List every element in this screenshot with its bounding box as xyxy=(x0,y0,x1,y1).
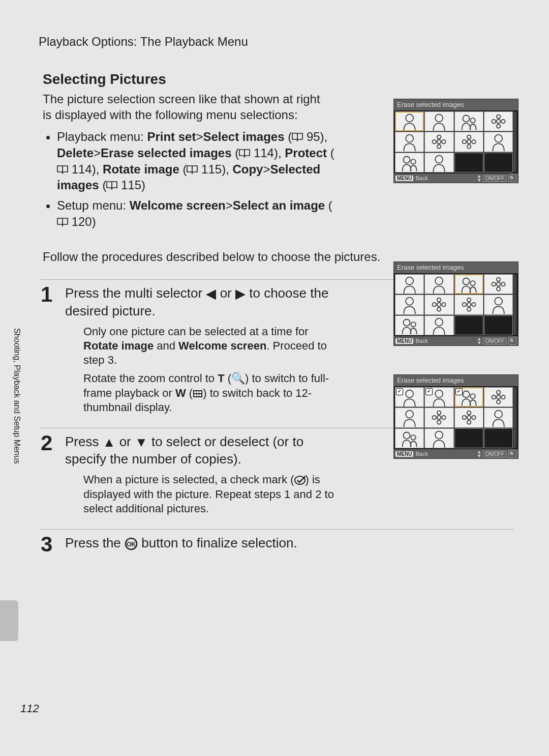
side-chapter-label: Shooting, Playback and Setup Menus xyxy=(12,328,21,464)
up-arrow-icon: ▲ xyxy=(103,434,116,451)
follow-text: Follow the procedures described below to… xyxy=(43,250,449,264)
book-icon xyxy=(292,129,303,145)
step-number: 2 xyxy=(41,432,65,520)
back-label: Back xyxy=(415,338,428,344)
svg-rect-13 xyxy=(197,394,199,396)
svg-rect-9 xyxy=(194,391,196,393)
menu-button-icon: MENU xyxy=(395,451,413,457)
onoff-label: ON/OFF xyxy=(483,175,506,182)
menu-button-icon: MENU xyxy=(395,338,413,344)
step-number: 3 xyxy=(41,534,65,557)
side-tab xyxy=(0,600,18,641)
step-number: 1 xyxy=(41,284,65,418)
intro-text: The picture selection screen like that s… xyxy=(43,92,327,123)
svg-rect-14 xyxy=(199,394,201,396)
checkmark-icon xyxy=(294,473,306,486)
step-1-detail: Only one picture can be selected at a ti… xyxy=(83,325,338,415)
shot-title: Erase selected images xyxy=(394,99,518,110)
chapter-header: Playback Options: The Playback Menu xyxy=(39,35,508,49)
ok-button-icon: OK xyxy=(125,535,138,550)
step-1-title: Press the multi selector ◀ or ▶ to choos… xyxy=(65,285,334,319)
section-title: Selecting Pictures xyxy=(43,71,508,88)
onoff-label: ON/OFF xyxy=(483,338,506,344)
magnify-icon: 🔍 xyxy=(508,450,516,458)
camera-screen-erase-3: Erase selected images ✔ ✔ ✔ MENU Back ▲▼… xyxy=(393,374,518,459)
bullet-setup-menu: Setup menu: Welcome screen>Select an ima… xyxy=(57,197,342,229)
check-badge-icon: ✔ xyxy=(425,388,433,395)
step-2-detail: When a picture is selected, a check mark… xyxy=(83,473,338,515)
shot-title: Erase selected images xyxy=(394,375,518,386)
back-label: Back xyxy=(415,451,428,457)
book-icon xyxy=(187,161,198,178)
check-badge-icon: ✔ xyxy=(455,388,463,395)
manual-page: Playback Options: The Playback Menu Sele… xyxy=(0,0,549,756)
magnify-icon: 🔍 xyxy=(508,174,516,182)
svg-rect-11 xyxy=(199,391,201,393)
book-icon xyxy=(57,214,68,230)
step-3-title: Press the OK button to finalize selectio… xyxy=(65,535,334,551)
book-icon xyxy=(239,145,250,161)
right-arrow-icon: ▶ xyxy=(235,285,246,302)
magnify-icon: 🔍 xyxy=(508,337,516,345)
down-arrow-icon: ▼ xyxy=(135,434,148,451)
page-number: 112 xyxy=(20,702,39,715)
step-3: 3 Press the OK button to finalize select… xyxy=(41,529,513,566)
svg-rect-10 xyxy=(197,391,199,393)
left-arrow-icon: ◀ xyxy=(206,285,216,302)
shot-title: Erase selected images xyxy=(394,262,518,273)
book-icon xyxy=(57,161,68,178)
menu-button-icon: MENU xyxy=(395,176,413,181)
updown-icon: ▲▼ xyxy=(477,337,481,345)
check-badge-icon: ✔ xyxy=(396,388,403,395)
grid-icon xyxy=(193,387,203,399)
updown-icon: ▲▼ xyxy=(477,174,481,182)
menu-bullet-list: Playback menu: Print set>Select images (… xyxy=(40,129,342,229)
svg-text:OK: OK xyxy=(127,541,136,548)
updown-icon: ▲▼ xyxy=(477,450,481,458)
book-icon xyxy=(106,177,117,193)
step-2-title: Press ▲ or ▼ to select or deselect (or t… xyxy=(65,433,334,468)
back-label: Back xyxy=(415,175,428,181)
magnify-icon: 🔍 xyxy=(231,372,245,385)
bullet-playback-menu: Playback menu: Print set>Select images (… xyxy=(57,129,342,193)
camera-screen-erase-1: Erase selected images MENU Back ▲▼ ON/OF… xyxy=(393,99,518,183)
svg-rect-12 xyxy=(194,394,196,396)
onoff-label: ON/OFF xyxy=(483,451,506,457)
camera-screen-erase-2: Erase selected images MENU Back ▲▼ ON/OF… xyxy=(393,261,518,346)
